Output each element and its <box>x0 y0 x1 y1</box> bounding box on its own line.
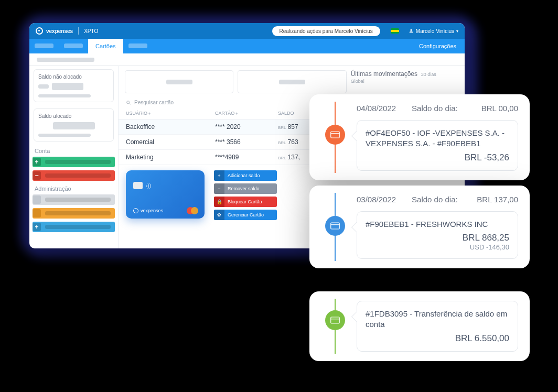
movements-title: Últimas movimentações <box>351 70 417 78</box>
cell-card: **** 3566 <box>215 138 278 146</box>
search-placeholder: Pesquisar cartão <box>134 100 174 105</box>
card-icon <box>325 216 345 236</box>
sidebar-item[interactable] <box>33 208 115 219</box>
cell-balance: 763 <box>288 138 298 146</box>
chevron-down-icon: ▾ <box>456 29 458 34</box>
mastercard-icon <box>187 207 198 214</box>
cell-card: ****4989 <box>215 154 278 161</box>
cell-card: **** 2020 <box>215 123 278 130</box>
cell-user: Marketing <box>126 154 215 161</box>
flag-br-icon[interactable] <box>391 28 399 34</box>
col-balance[interactable]: SALDO <box>278 111 294 116</box>
gear-icon: ✿ <box>214 210 224 220</box>
movement-amount: BRL 6.550,00 <box>366 333 509 344</box>
movements-scope: Global <box>351 79 458 84</box>
search-icon <box>126 100 131 105</box>
sidebar-card-title: Saldo alocado <box>38 113 109 119</box>
manage-card-button[interactable]: ✿Gerenciar Cartão <box>214 210 277 220</box>
tab-placeholder[interactable] <box>123 39 153 53</box>
movement-item[interactable]: #OF4EOF50 - IOF -VEXPENSES S.A. - VEXPEN… <box>357 120 518 171</box>
cell-balance: 137, <box>288 154 300 161</box>
movement-day-balance: BRL 137,00 <box>477 195 518 204</box>
sidebar-item[interactable] <box>33 194 115 205</box>
sidebar-card-allocated[interactable]: Saldo alocado <box>34 108 114 141</box>
movement-amount: BRL -53,26 <box>366 153 509 163</box>
movement-item[interactable]: #F90EBEB1 - FRESHWORKS INC BRL 868,25 US… <box>357 211 518 259</box>
tab-bar: Cartões Configurações <box>29 39 465 53</box>
minus-icon: − <box>214 183 224 194</box>
sidebar-section-admin: Administração <box>29 182 118 193</box>
brand: vexpenses <box>36 27 73 35</box>
cell-user: Backoffice <box>126 123 215 130</box>
summary-tab[interactable] <box>238 70 346 93</box>
cell-balance: 857 <box>288 123 298 130</box>
svg-rect-4 <box>331 223 340 229</box>
card-brand: vexpenses <box>133 208 163 213</box>
card-icon <box>325 310 345 330</box>
sidebar-item[interactable]: + <box>33 157 115 167</box>
sidebar-card-title: Saldo não alocado <box>38 74 109 80</box>
contactless-icon: ›)) <box>146 183 151 189</box>
sidebar-item[interactable]: − <box>33 170 115 181</box>
sidebar-section-account: Conta <box>29 145 118 155</box>
svg-rect-2 <box>331 132 340 138</box>
movement-item[interactable]: #1FDB3095 - Transferência de saldo em co… <box>357 301 518 352</box>
divider <box>78 27 79 35</box>
tab-settings[interactable]: Configurações <box>411 39 465 53</box>
movements-days: 30 dias <box>421 72 436 77</box>
movement-desc: #F90EBEB1 - FRESHWORKS INC <box>366 219 509 230</box>
col-user[interactable]: USUÁRIO <box>126 111 147 116</box>
company-name: XPTO <box>84 28 98 34</box>
movement-amount: BRL 868,25 <box>366 233 509 243</box>
movement-popup: #1FDB3095 - Transferência de saldo em co… <box>309 291 530 361</box>
plus-icon: + <box>214 170 224 181</box>
sort-icon: ♦ <box>235 111 238 116</box>
sidebar: Saldo não alocado Saldo alocado Conta + … <box>29 66 119 248</box>
movement-day-balance: BRL 00,00 <box>481 104 518 113</box>
card-icon <box>325 125 345 145</box>
svg-line-1 <box>129 103 130 104</box>
user-name: Marcelo Vinícius <box>416 28 454 34</box>
cell-user: Comercial <box>126 138 215 146</box>
movement-label: Saldo do dia: <box>412 195 458 204</box>
remove-balance-button[interactable]: −Remover saldo <box>214 183 277 194</box>
movements-header: Últimas movimentações 30 dias Global <box>351 70 458 93</box>
sort-icon: ♦ <box>148 111 151 116</box>
movement-popup: 04/08/2022 Saldo do dia: BRL 00,00 #OF4E… <box>309 94 530 180</box>
brand-name: vexpenses <box>46 28 73 34</box>
user-icon <box>409 28 414 34</box>
tab-placeholder[interactable] <box>59 39 88 53</box>
topbar: vexpenses XPTO Realizando ações para Mar… <box>29 23 465 39</box>
chip-icon <box>133 182 143 189</box>
movement-amount-secondary: USD -146,30 <box>366 243 509 251</box>
movement-popup: 03/08/2022 Saldo do dia: BRL 137,00 #F90… <box>309 186 530 268</box>
sub-header <box>29 53 465 66</box>
user-menu[interactable]: Marcelo Vinícius ▾ <box>409 28 458 34</box>
lock-icon: 🔒 <box>214 197 224 207</box>
col-card[interactable]: CARTÃO <box>215 111 234 116</box>
acting-for-pill[interactable]: Realizando ações para Marcelo Vinícius <box>272 26 380 36</box>
sidebar-card-unallocated[interactable]: Saldo não alocado <box>34 69 114 102</box>
svg-rect-6 <box>331 317 340 323</box>
block-card-button[interactable]: 🔒Bloquear Cartão <box>214 197 277 207</box>
movement-desc: #1FDB3095 - Transferência de saldo em co… <box>366 309 509 330</box>
virtual-card[interactable]: ›)) vexpenses <box>126 170 205 219</box>
summary-tab[interactable] <box>125 70 233 93</box>
placeholder <box>37 58 94 62</box>
brand-logo-icon <box>36 27 43 35</box>
tab-cards[interactable]: Cartões <box>88 39 123 53</box>
tab-placeholder[interactable] <box>29 39 59 53</box>
movement-date: 03/08/2022 <box>357 195 396 204</box>
svg-point-0 <box>127 101 130 103</box>
movement-date: 04/08/2022 <box>357 104 396 113</box>
sidebar-item[interactable]: + <box>33 222 115 232</box>
add-balance-button[interactable]: +Adicionar saldo <box>214 170 277 181</box>
movement-desc: #OF4EOF50 - IOF -VEXPENSES S.A. - VEXPEN… <box>366 128 509 149</box>
movement-label: Saldo do dia: <box>412 104 458 113</box>
